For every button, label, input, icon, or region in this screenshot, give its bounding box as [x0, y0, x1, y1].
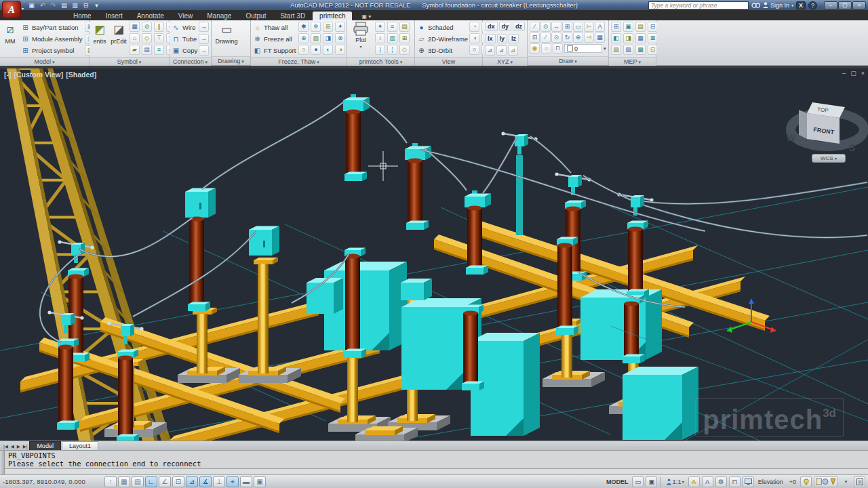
viewport-view-menu[interactable]: [Custom View]: [14, 70, 64, 79]
draw-tool-icon[interactable]: ↻: [562, 33, 572, 43]
mep-tool-icon[interactable]: ▣: [623, 22, 633, 32]
symbol-tool-icon[interactable]: ≡: [154, 45, 164, 55]
primtech-tool-icon[interactable]: ▥: [387, 33, 397, 43]
freeze-thaw-tool-icon[interactable]: ◑: [335, 45, 345, 55]
panel-xyz-footer[interactable]: XYZ▾: [483, 57, 527, 66]
bay-part-station-button[interactable]: ⊞Bay/Part Station: [21, 22, 82, 33]
symbol-tool-icon[interactable]: ▰: [130, 45, 140, 55]
panel-mep-footer[interactable]: MEP▾: [609, 57, 656, 66]
primtech-tool-icon[interactable]: ⊞: [399, 33, 410, 43]
tab-annotate[interactable]: Annotate: [130, 12, 171, 20]
freeze-thaw-tool-icon[interactable]: ❄: [311, 22, 321, 32]
connection-side-icon[interactable]: →: [199, 22, 209, 32]
annotation-scale-button[interactable]: 1:1 ▾: [665, 476, 686, 487]
lightbulb-icon[interactable]: ◉: [530, 43, 540, 54]
symbol-tool-icon[interactable]: ⌂: [130, 33, 140, 43]
tab-home[interactable]: Home: [66, 12, 98, 20]
draw-tool-icon[interactable]: ⊣: [584, 33, 594, 43]
command-line-grip[interactable]: [0, 451, 5, 474]
freeze-thaw-tool-icon[interactable]: ●: [311, 45, 321, 55]
xyz-tool-icon[interactable]: ⊿: [485, 45, 495, 56]
thaw-all-button[interactable]: ☼Thaw all: [253, 22, 296, 33]
search-input[interactable]: [648, 1, 749, 9]
status-toggle-button[interactable]: ⊡: [172, 476, 184, 487]
mep-tool-icon[interactable]: ▩: [635, 45, 646, 55]
primtech-tool-icon[interactable]: ↕: [375, 33, 385, 43]
dx-button[interactable]: dx: [485, 22, 498, 31]
lock-icon[interactable]: ⊓: [553, 43, 563, 54]
viewcube-south-label[interactable]: S: [849, 142, 855, 153]
status-toggle-button[interactable]: ∟: [145, 476, 157, 487]
view-tool-icon[interactable]: ◑: [469, 33, 479, 43]
primtech-tool-icon[interactable]: ✦: [375, 22, 385, 32]
quick-view-drawings-icon[interactable]: ▣: [646, 476, 657, 487]
doc-minimize-button[interactable]: –: [842, 70, 846, 77]
qat-button[interactable]: ↷: [49, 1, 58, 9]
draw-tool-icon[interactable]: ↔: [551, 22, 561, 32]
tab-primtech[interactable]: primtech: [313, 12, 352, 20]
tube-button[interactable]: ⊓Tube: [172, 33, 197, 44]
exchange-apps-icon[interactable]: X: [796, 1, 806, 9]
dz-button[interactable]: dz: [513, 22, 525, 31]
freeze-thaw-tool-icon[interactable]: ⊕: [298, 33, 309, 43]
primtech-tool-icon[interactable]: ¦: [387, 45, 397, 55]
draw-tool-icon[interactable]: ⊕: [573, 33, 583, 43]
status-toggle-button[interactable]: ▦: [118, 476, 130, 487]
qat-button[interactable]: ↶: [38, 1, 47, 9]
draw-tool-icon[interactable]: ⊞: [562, 22, 572, 32]
3d-model-canvas[interactable]: WSTOPFRONT: [0, 68, 868, 441]
predit-button[interactable]: ◪prEdit: [111, 22, 127, 45]
symbol-tool-icon[interactable]: ▤: [142, 45, 152, 55]
viewcube[interactable]: WSTOPFRONT: [787, 102, 864, 153]
status-toggle-button[interactable]: ⌖: [226, 476, 239, 487]
drawing-viewport[interactable]: WSTOPFRONT [-] [Custom View] [Shaded] – …: [0, 68, 868, 441]
wireframe-button[interactable]: ▱2D-Wireframe: [417, 33, 468, 44]
panel-draw-footer[interactable]: Draw▾: [528, 56, 608, 65]
freeze-thaw-tool-icon[interactable]: ⊞: [323, 22, 333, 32]
status-toggle-button[interactable]: ⊥: [213, 476, 225, 487]
freeze-thaw-tool-icon[interactable]: ◐: [323, 45, 333, 55]
viewcube-wcs-button[interactable]: WCS ▾: [812, 154, 846, 163]
xyz-tool-icon[interactable]: ⊿: [496, 45, 507, 56]
panel-connection-footer[interactable]: Connection▾: [170, 57, 211, 66]
application-menu-caret-icon[interactable]: ▾: [22, 6, 24, 11]
status-toggle-button[interactable]: ▬: [240, 476, 252, 487]
primtech-tool-icon[interactable]: ∣: [375, 45, 385, 55]
symbol-tool-icon[interactable]: ◇: [142, 33, 152, 43]
draw-tool-icon[interactable]: ⊡: [530, 33, 540, 43]
isolate-objects-icon[interactable]: [800, 476, 812, 487]
qat-button[interactable]: ▤: [60, 1, 68, 9]
mep-tool-icon[interactable]: ◨: [623, 33, 633, 43]
mep-tool-icon[interactable]: ▤: [635, 22, 646, 32]
primtech-tool-icon[interactable]: ▤: [399, 22, 410, 32]
connection-side-icon[interactable]: →: [199, 45, 209, 56]
freeze-all-button[interactable]: ❄Freeze all: [253, 33, 296, 44]
viewport-visual-style-menu[interactable]: [Shaded]: [66, 70, 96, 79]
draw-tool-icon[interactable]: ▦: [595, 33, 605, 43]
primtech-tool-icon[interactable]: ◇: [399, 45, 410, 55]
orbit-button[interactable]: ⊕3D-Orbit: [417, 45, 468, 56]
module-assembly-button[interactable]: ⊞Module Assembly: [21, 33, 82, 44]
draw-tool-icon[interactable]: ⊢: [584, 22, 594, 32]
layout-nav-button[interactable]: |◀: [2, 444, 9, 449]
tab-start3d[interactable]: Start 3D: [273, 12, 312, 20]
wire-button[interactable]: ∿Wire: [172, 22, 197, 33]
connection-side-icon[interactable]: →: [199, 34, 209, 44]
mep-tool-icon[interactable]: ⊞: [611, 22, 621, 32]
layer-dropdown-caret-icon[interactable]: ▾: [604, 46, 606, 52]
panel-model-footer[interactable]: Model▾: [0, 57, 89, 66]
tab-manage[interactable]: Manage: [200, 12, 238, 20]
layout-nav-button[interactable]: ◀: [9, 444, 16, 449]
draw-tool-icon[interactable]: ▭: [573, 22, 583, 32]
drawing-button[interactable]: ▭Drawing: [214, 22, 239, 45]
status-tray-icons[interactable]: [814, 476, 838, 487]
application-menu-button[interactable]: A: [2, 1, 21, 18]
status-toggle-button[interactable]: ↑: [104, 476, 117, 487]
layer-dropdown[interactable]: 0: [564, 44, 602, 53]
draw-tool-icon[interactable]: ⊙: [540, 22, 551, 32]
lx-button[interactable]: lx: [485, 34, 496, 43]
draw-tool-icon[interactable]: ⊙: [551, 33, 561, 43]
panel-freeze-thaw-footer[interactable]: Freeze, Thaw▾: [251, 57, 347, 66]
quick-view-layouts-icon[interactable]: ▭: [632, 476, 644, 487]
status-toggle-button[interactable]: ∠: [159, 476, 171, 487]
